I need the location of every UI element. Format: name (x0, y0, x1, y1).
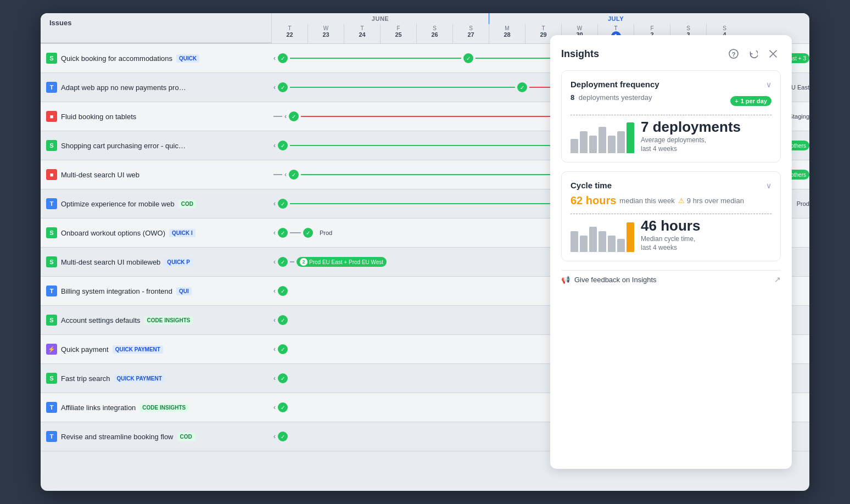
insights-help-button[interactable]: ? (726, 46, 741, 61)
bar (580, 236, 588, 252)
months-row: JUNE JULY (271, 13, 809, 24)
bar (617, 239, 625, 252)
bar (571, 231, 578, 252)
env-text: Staging (789, 113, 809, 120)
row-info: ■ Fluid booking on tablets (41, 108, 271, 125)
timeline-arrow[interactable]: ‹ (273, 287, 276, 295)
chart-label: 46 hours Median cycle time,last 4 weeks (641, 219, 771, 252)
timeline-check: ✓ (278, 315, 288, 325)
bar (580, 131, 588, 153)
row-info: T Optimize experience for mobile web COD (41, 195, 271, 212)
row-info: S Shopping cart purchasing error - quick… (41, 137, 271, 154)
cycle-big-number: 46 hours (641, 219, 771, 233)
timeline-arrow[interactable]: ‹ (273, 374, 276, 382)
bar-chart-deployment (571, 120, 634, 153)
deployment-subtitle: 8 deployments yesterday (571, 93, 652, 102)
timeline-arrow[interactable]: ‹ (284, 113, 287, 120)
feedback-left: 📢 Give feedback on Insights (561, 276, 657, 284)
day-27: S27 (452, 24, 489, 43)
timeline-arrow[interactable]: ‹ (273, 258, 276, 266)
chevron-down-icon[interactable]: ∨ (766, 181, 771, 190)
svg-text:?: ? (732, 51, 736, 58)
env-text: Prod (797, 200, 809, 207)
timeline-check: ✓ (303, 228, 313, 238)
bar-highlight (627, 122, 634, 153)
issue-icon-bug: ■ (46, 169, 57, 180)
chart-label: 7 deployments Average deployments,last 4… (641, 120, 771, 153)
month-july: JULY (489, 13, 742, 24)
row-info: S Quick booking for accommodations QUICK (41, 49, 271, 67)
timeline-check: ✓ (517, 82, 527, 92)
warning-icon: ⚠ (678, 197, 685, 205)
timeline-arrow[interactable]: ‹ (273, 229, 276, 237)
deployment-big-number: 7 deployments (641, 120, 771, 134)
timeline-arrow[interactable]: ‹ (273, 345, 276, 353)
dashed-divider (571, 115, 771, 115)
cycle-title: Cycle time (571, 181, 612, 190)
issue-icon-bug: ■ (46, 111, 57, 122)
issue-icon-story: S (46, 373, 57, 384)
external-link-icon[interactable]: ↗ (774, 275, 781, 284)
timeline-arrow[interactable]: ‹ (273, 54, 276, 62)
issue-badge: CODE INSIGHTS (144, 316, 193, 324)
chevron-down-icon[interactable]: ∨ (766, 80, 771, 89)
issue-title: Adapt web app no new payments provide (61, 83, 187, 92)
row-info: T Billing system integration - frontend … (41, 282, 271, 300)
bar (608, 136, 616, 153)
env-badge: 2 Prod EU East + Prod EU West (297, 257, 387, 267)
cycle-big-number-sub: Median cycle time,last 4 weeks (641, 235, 771, 252)
timeline-arrow[interactable]: ‹ (273, 433, 276, 440)
timeline-check: ✓ (278, 432, 288, 441)
insights-refresh-button[interactable] (746, 46, 761, 61)
issue-title: Onboard workout options (OWO) (61, 229, 165, 237)
dashed-divider (571, 214, 771, 214)
issue-title: Quick payment (61, 345, 109, 354)
month-june: JUNE (271, 13, 489, 24)
timeline-check: ✓ (278, 286, 288, 296)
row-info: T Revise and streamline booking flow COD (41, 428, 271, 445)
deployment-chart: 7 deployments Average deployments,last 4… (571, 120, 771, 153)
insights-title: Insights (561, 48, 599, 60)
timeline-check: ✓ (289, 111, 299, 121)
feedback-row[interactable]: 📢 Give feedback on Insights ↗ (561, 270, 781, 288)
timeline-check: ✓ (278, 228, 288, 238)
timeline-check: ✓ (289, 170, 299, 180)
bar (608, 236, 616, 252)
timeline-arrow[interactable]: ‹ (273, 142, 276, 149)
timeline-arrow[interactable]: ‹ (273, 83, 276, 91)
issue-title: Revise and streamline booking flow (61, 433, 174, 441)
issue-title: Affiliate links integration (61, 404, 136, 412)
deployment-frequency-card: Deployment frequency ∨ 8 deployments yes… (561, 70, 781, 163)
bar (599, 231, 606, 252)
issue-icon-story: S (46, 256, 57, 267)
issue-icon-story: S (46, 53, 57, 64)
issue-badge: QUICK (176, 54, 199, 63)
issue-title: Optimize experience for mobile web (61, 200, 175, 208)
issue-title: Multi-dest search UI mobileweb (61, 258, 160, 266)
issue-title: Billing system integration - frontend (61, 287, 172, 295)
deployment-big-number-sub: Average deployments,last 4 weeks (641, 136, 771, 153)
bar (571, 139, 578, 153)
issue-icon-story: S (46, 140, 57, 151)
timeline-arrow[interactable]: ‹ (273, 404, 276, 411)
timeline-check: ✓ (278, 82, 288, 92)
issue-icon-task: T (46, 402, 57, 413)
issue-icon-task: T (46, 198, 57, 209)
timeline-arrow[interactable]: ‹ (273, 316, 276, 324)
bar (599, 127, 606, 153)
close-icon (769, 50, 777, 58)
bar (589, 227, 597, 252)
timeline-arrow[interactable]: ‹ (284, 171, 287, 178)
timeline-arrow[interactable]: ‹ (273, 200, 276, 208)
timeline-dash (273, 174, 282, 175)
issue-title: Fluid booking on tablets (61, 113, 136, 121)
row-info: ⚡ Quick payment QUICK PAYMENT (41, 340, 271, 358)
bar (617, 131, 625, 153)
issue-title: Fast trip search (61, 374, 110, 383)
cycle-hours: 62 hours (571, 194, 616, 207)
insights-close-button[interactable] (765, 46, 781, 61)
issue-icon-task: T (46, 285, 57, 296)
row-info: ■ Multi-dest search UI web (41, 166, 271, 183)
day-24: T24 (344, 24, 380, 43)
timeline-check: ✓ (278, 344, 288, 354)
